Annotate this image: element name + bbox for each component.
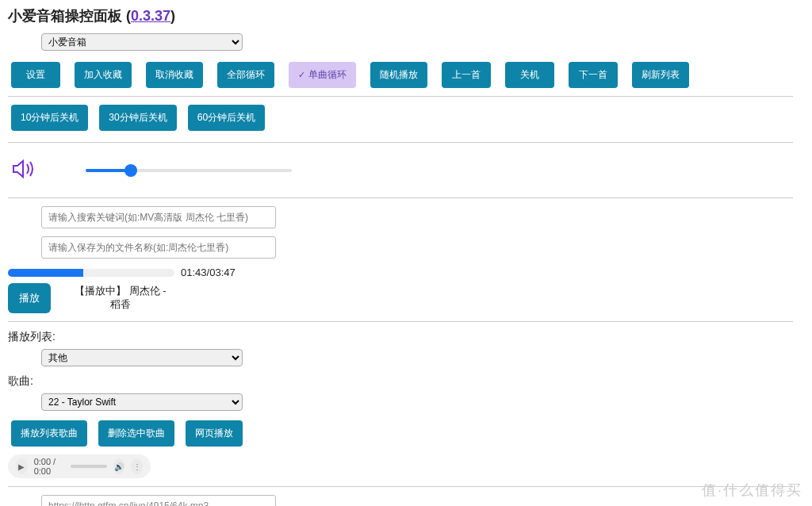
volume-icon[interactable]: 🔊 (113, 458, 125, 474)
loop-all-button[interactable]: 全部循环 (217, 62, 274, 88)
device-select[interactable]: 小爱音箱 (41, 33, 243, 51)
next-track-button[interactable]: 下一首 (569, 62, 618, 88)
speaker-icon (11, 157, 38, 183)
save-filename-input[interactable] (41, 236, 276, 259)
song-select[interactable]: 22 - Taylor Swift (41, 393, 243, 411)
play-icon[interactable]: ▶ (16, 458, 28, 474)
list-button-row: 播放列表歌曲 删除选中歌曲 网页播放 (8, 420, 793, 447)
check-icon: ✓ (298, 70, 305, 79)
play-button[interactable]: 播放 (8, 283, 51, 313)
divider (8, 321, 793, 322)
loop-one-button[interactable]: ✓单曲循环 (289, 62, 356, 88)
power-off-button[interactable]: 关机 (505, 62, 554, 88)
delete-selected-song-button[interactable]: 删除选中歌曲 (98, 420, 174, 447)
divider (8, 486, 793, 487)
timer-row: 10分钟后关机 30分钟后关机 60分钟后关机 (8, 105, 793, 131)
shuffle-button[interactable]: 随机播放 (370, 62, 427, 88)
time-label: 01:43/03:47 (181, 266, 236, 278)
version-link[interactable]: 0.3.37 (131, 8, 170, 24)
timer-30-button[interactable]: 30分钟后关机 (99, 105, 176, 131)
search-keyword-input[interactable] (41, 206, 276, 228)
playlist-select[interactable]: 其他 (41, 349, 243, 366)
settings-button[interactable]: 设置 (11, 62, 60, 88)
play-playlist-song-button[interactable]: 播放列表歌曲 (11, 420, 87, 447)
divider (8, 197, 793, 198)
web-play-button[interactable]: 网页播放 (186, 420, 243, 447)
main-button-row: 设置 加入收藏 取消收藏 全部循环 ✓单曲循环 随机播放 上一首 关机 下一首 … (8, 62, 793, 88)
progress-bar[interactable] (8, 269, 174, 277)
playlist-label: 播放列表: (8, 330, 793, 344)
add-favorite-button[interactable]: 加入收藏 (75, 62, 132, 88)
now-playing-label: 【播放中】 周杰伦 - 稻香 (75, 285, 167, 312)
page-title: 小爱音箱操控面板 (0.3.37) (8, 6, 793, 25)
timer-60-button[interactable]: 60分钟后关机 (188, 105, 265, 131)
stream-url-input[interactable] (41, 495, 276, 506)
prev-track-button[interactable]: 上一首 (442, 62, 491, 88)
refresh-list-button[interactable]: 刷新列表 (632, 62, 689, 88)
audio-player[interactable]: ▶ 0:00 / 0:00 🔊 ⋮ (8, 454, 151, 478)
more-icon[interactable]: ⋮ (131, 458, 143, 474)
cancel-favorite-button[interactable]: 取消收藏 (146, 62, 203, 88)
song-label: 歌曲: (8, 374, 793, 389)
volume-slider[interactable] (86, 164, 292, 177)
audio-seek[interactable] (71, 465, 107, 468)
audio-time: 0:00 / 0:00 (34, 457, 64, 476)
divider (8, 142, 793, 143)
divider (8, 96, 793, 97)
timer-10-button[interactable]: 10分钟后关机 (11, 105, 88, 131)
